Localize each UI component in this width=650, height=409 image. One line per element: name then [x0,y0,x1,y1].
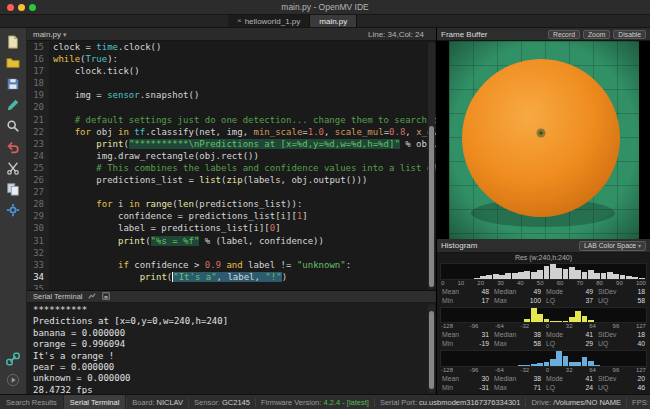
stat-median: Median38 [494,374,541,383]
line-number: 31 [27,235,49,247]
stat-stdev: StDev18 [598,330,645,339]
status-tab-serial-terminal[interactable]: Serial Terminal [64,395,126,409]
settings-icon[interactable] [5,201,22,218]
camera-frame-orange-on-green [449,41,639,239]
new-file-icon[interactable] [5,33,22,50]
code-line: # This combines the labels and confidenc… [53,162,436,174]
cut-icon[interactable] [5,159,22,176]
start-icon[interactable] [5,371,22,388]
histogram-plot-b [440,350,647,367]
axis-ticks: 0102030405060708090100 [440,280,647,287]
connect-icon[interactable] [5,350,22,367]
title-bar: main.py - OpenMV IDE [0,0,650,15]
open-folder-icon[interactable] [5,54,22,71]
line-number: 25 [27,162,49,174]
line-number: 21 [27,114,49,126]
search-icon[interactable] [5,117,22,134]
color-space-select[interactable]: LAB Color Space [579,241,646,251]
line-number: 35 [27,283,49,290]
frame-buffer-buttons: RecordZoomDisable [548,30,646,39]
tab-close-icon[interactable]: × [237,17,242,25]
code-area[interactable]: clock = time.clock()while(True): clock.t… [49,41,436,290]
terminal-line: orange = 0.996094 [33,339,436,350]
stat-mean: Mean48 [442,287,489,296]
status-fps: FPS: 11.2 [626,398,650,407]
tab-label: main.py [319,17,347,26]
stat-median: Median38 [494,330,541,339]
histogram-title: Histogram [441,241,477,250]
code-line: # default settings just do one detection… [53,114,436,126]
channel-stats: Mean30Median38Mode41StDev20Min-31Max71LQ… [440,374,647,392]
save-log-icon[interactable] [102,292,110,302]
terminal-line: Predictions at [x=0,y=0,w=240,h=240] [33,316,436,327]
stat-mean: Mean31 [442,330,489,339]
code-line: img.draw_rectangle(obj.rect()) [53,150,436,162]
tab-helloworld-1-py[interactable]: ×helloworld_1.py [228,15,310,27]
terminal-line: It's a orange ! [33,351,436,362]
record-button[interactable]: Record [548,30,580,39]
plot-icon[interactable] [88,292,96,302]
code-line: confidence = predictions_list[i][1] [53,210,436,222]
status-tab-search-results[interactable]: Search Results [0,395,64,409]
code-line: img = sensor.snapshot() [53,89,436,101]
histogram-plot-a [440,307,647,324]
code-line [53,77,436,89]
frame-buffer-view[interactable] [437,41,650,239]
histogram-resolution: Res (w:240,h:240) [437,253,650,262]
terminal-scrollbar-thumb[interactable] [429,311,434,389]
serial-terminal-output[interactable]: **********Predictions at [x=0,y=0,w=240,… [27,303,436,394]
terminal-line: banana = 0.000000 [33,328,436,339]
editor-column: main.py Line: 34,Col: 24 151617181920212… [27,28,437,394]
stat-max: Max100 [494,296,541,305]
histogram-channel-l: 0102030405060708090100Mean48Median49Mode… [440,263,647,305]
tab-main-py[interactable]: main.py [310,15,357,27]
document-name: main.py [33,30,61,39]
openmv-ide-window: main.py - OpenMV IDE ×helloworld_1.pymai… [0,0,650,409]
code-line: label = predictions_list[i][0] [53,222,436,234]
stat-mode: Mode49 [546,287,593,296]
code-line: clock = time.clock() [53,41,436,53]
axis-ticks: -128-96-64-320326496127 [440,323,647,330]
terminal-line: pear = 0.000000 [33,362,436,373]
serial-terminal-title: Serial Terminal [33,292,82,301]
edit-icon[interactable] [5,96,22,113]
frame-buffer-title: Frame Buffer [441,30,488,39]
color-space-value: LAB Color Space [584,242,636,249]
line-number: 29 [27,210,49,222]
line-number: 28 [27,198,49,210]
save-icon[interactable] [5,75,22,92]
code-line: print("It's a", label, "!") [53,271,436,283]
editor-scrollbar-thumb[interactable] [429,126,434,287]
editor-scrollbar[interactable] [428,42,435,289]
terminal-line: unknown = 0.000000 [33,373,436,384]
stat-max: Max58 [494,339,541,348]
stat-uq: UQ40 [598,339,645,348]
chevron-down-icon [63,30,67,39]
code-line: for obj in tf.classify(net, img, min_sca… [53,126,436,138]
editor-toolbar: main.py Line: 34,Col: 24 [27,28,436,41]
frame-buffer-header: Frame Buffer RecordZoomDisable [437,28,650,41]
line-number: 24 [27,150,49,162]
status-serial-port: Serial Port: cu.usbmodem3167376334301 [374,398,526,407]
line-number: 26 [27,174,49,186]
document-selector[interactable]: main.py [27,30,67,39]
zoom-button[interactable]: Zoom [583,30,610,39]
code-line [53,101,436,113]
code-line: print("**********\nPredictions at [x=%d,… [53,138,436,150]
code-editor[interactable]: 1516171819202122232425262728293031323334… [27,41,436,290]
histogram-plot-l [440,263,647,280]
line-number: 27 [27,186,49,198]
stat-min: Min17 [442,296,489,305]
side-toolbar-bottom [5,348,22,390]
histogram-channel-a: -128-96-64-320326496127Mean31Median38Mod… [440,307,647,349]
stat-stdev: StDev18 [598,287,645,296]
copy-icon[interactable] [5,180,22,197]
undo-icon[interactable] [5,138,22,155]
tab-label: helloworld_1.py [245,17,301,26]
serial-terminal-header: Serial Terminal [27,291,436,303]
disable-button[interactable]: Disable [613,30,646,39]
stat-mean: Mean30 [442,374,489,383]
terminal-scrollbar[interactable] [428,304,435,393]
stat-mode: Mode41 [546,374,593,383]
stat-min: Min-19 [442,339,489,348]
